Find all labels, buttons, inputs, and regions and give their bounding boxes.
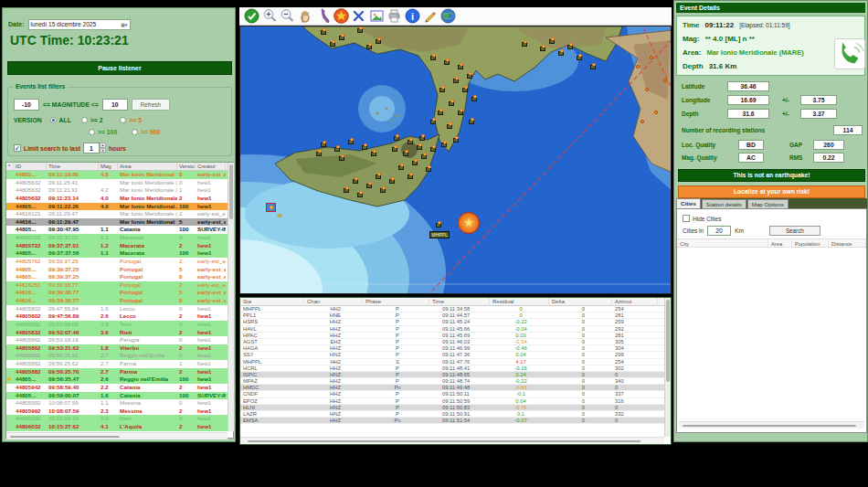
localize-button[interactable]: Localize at your own risk! [678,185,865,198]
draw-icon[interactable] [422,8,438,24]
event-row[interactable]: 4480588209:56:25.622.7Parma1hew1 [6,360,233,368]
station-row[interactable]: ISPICHNZP09:11:48.650.2400 [240,372,671,378]
not-earthquake-button[interactable]: This is not an earthquake! [678,169,865,182]
station-marker[interactable] [441,143,447,147]
event-row[interactable]: 44805...09:11:19.664.8Mar Ionio Meridion… [6,171,233,179]
station-marker[interactable] [316,152,322,156]
calendar-dropdown-icon[interactable]: ▦▾ [121,22,127,27]
pause-listener-button[interactable]: Pause listener [7,61,232,75]
station-marker[interactable] [453,138,459,143]
station-row[interactable]: EMSAHHZPn09:11:51.54-0.0700 [240,418,671,424]
station-row[interactable]: LAZRHNZP09:11:50.910.10332 [240,411,671,418]
limit-search-checkbox[interactable]: ✓ [14,144,21,152]
events-table-header[interactable]: * ID Time Mag Area Version Creator [6,163,233,171]
station-marker[interactable] [436,223,441,228]
close-icon[interactable] [351,8,366,24]
station-marker[interactable] [449,101,454,106]
event-row[interactable]: 44805...09:39:37.25Portugal8early-est_ee… [6,273,233,281]
mag-min-input[interactable]: -10 [14,99,39,111]
event-row[interactable]: 4480588209:56:25.912.7Reggio nell'Emilia… [6,352,233,360]
zoom-in-icon[interactable] [262,8,278,24]
event-row[interactable]: 4480580209:47:56.892.6Lecco2hew1 [6,312,233,321]
event-row[interactable]: 4480603210:15:27.624.1L'Aquila2hew1 [6,423,233,431]
mag-max-input[interactable]: 10 [102,99,128,111]
station-marker[interactable] [357,193,363,197]
info-icon[interactable]: i [405,8,420,24]
stepper-arrows[interactable]: ▲▼ [100,143,106,154]
station-row[interactable]: MHPPLHH2S09:11:47.764.170254 [240,359,671,365]
event-row[interactable]: 4480586209:53:18.16Perugia0hew1 [6,336,233,344]
cities-radius-input[interactable]: 20 [707,226,731,236]
event-row[interactable]: 4480599210:08:07.591.1Messina0hew1 [6,399,233,408]
station-marker[interactable] [558,51,564,56]
station-marker[interactable] [398,165,404,170]
epicenter-marker[interactable]: ★ [458,212,480,234]
station-dot-marker[interactable] [663,79,667,82]
station-marker[interactable] [467,74,472,79]
station-marker[interactable] [330,42,335,47]
station-horizontal-scrollbar[interactable] [240,437,664,444]
pan-icon[interactable] [298,8,313,24]
tab-station-details[interactable]: Station details [702,199,746,208]
event-row[interactable]: 44805...09:59:00.071.6Catania100SURVEY-I… [6,392,233,400]
station-marker[interactable] [590,65,596,69]
station-row[interactable]: PPL1HNEP09:11:44.5700281 [240,312,671,319]
event-row[interactable]: 44805...09:30:47.951.1Catania100SURVEY-I… [6,226,233,234]
station-marker[interactable] [321,30,326,35]
event-row[interactable]: 4480563209:11:23.144.0Mar Ionio Meridion… [6,195,233,203]
event-row[interactable]: 4461612109:11:29.47Mar Ionio Meridionale… [6,210,233,218]
station-marker[interactable] [362,145,367,150]
station-row[interactable]: MHPPLHH2P09:11:34.5800254 [240,306,671,312]
station-dot-marker[interactable] [640,120,644,123]
star-icon[interactable] [333,8,349,24]
globe-icon[interactable] [440,8,456,24]
station-marker[interactable] [353,179,358,184]
tab-map-options[interactable]: Map Options [747,199,789,208]
station-dot-marker[interactable] [650,56,653,59]
station-marker[interactable] [430,147,436,152]
station-marker[interactable] [462,88,468,92]
station-row[interactable]: MPAZHHZP09:11:48.74-0.220340 [240,378,671,385]
station-row[interactable]: SSYHNZP09:11:47.360.040299 [240,352,671,358]
event-row[interactable]: 4461625109:39:38.77Portugal2early-est_ee… [6,281,233,290]
station-marker[interactable] [471,97,477,101]
event-row[interactable]: 4480576209:39:37.25Portugal2early-est_ee… [6,258,233,266]
event-row[interactable]: 4480583209:52:08.683.8Terni0hew1 [6,321,233,329]
station-marker[interactable] [357,28,363,33]
version-radio-100[interactable] [89,129,95,135]
station-marker[interactable] [444,60,450,65]
tab-cities[interactable]: Cities [676,198,701,208]
station-marker[interactable] [334,147,340,152]
station-marker[interactable] [453,79,459,83]
event-row[interactable]: 44805...09:37:37.581.1Macerata100hew1 [6,249,233,258]
station-marker[interactable] [439,88,445,92]
station-marker[interactable] [392,147,397,152]
station-marker[interactable] [321,143,326,147]
station-marker[interactable] [447,124,452,129]
station-table-header[interactable]: Sta Chan Phase Time Residual Delta Azimu… [240,298,671,306]
station-marker[interactable] [344,188,349,193]
station-row[interactable]: HSRSHHZP09:11:45.24-0.220259 [240,319,671,325]
event-row[interactable]: 4480599210:08:07.592.3Messina2hew1 [6,408,233,416]
italy-region-icon[interactable] [315,8,331,24]
event-row[interactable]: ★44805...09:11:22.264.0Mar Ionio Meridio… [6,203,233,211]
event-row[interactable]: 44616...09:39:38.77Portugal8early-est_ee… [6,297,233,305]
station-marker[interactable] [426,167,431,172]
station-marker[interactable] [348,140,354,144]
station-marker[interactable] [469,120,474,124]
station-row[interactable]: HLNIHNZP09:11:50.83-0.7600 [240,405,671,411]
cities-horizontal-scrollbar[interactable] [679,421,864,429]
station-marker[interactable] [419,136,425,141]
refresh-button[interactable]: Refresh [132,99,170,111]
event-row[interactable]: 4480580209:47:55.841.6Lecco0hew1 [6,305,233,313]
station-row[interactable]: EPOZHHZP09:11:50.590.040316 [240,398,671,405]
cities-search-button[interactable]: Search [769,226,820,236]
station-row[interactable]: HCRLHHZP09:11:48.41-0.160302 [240,365,671,372]
event-row[interactable]: 44616...09:39:38.77Portugal5early-est_ee… [6,289,233,297]
confirm-icon[interactable] [244,8,259,24]
event-row[interactable]: 4480572209:37:37.011.2Macerata2hew1 [6,242,233,250]
station-marker[interactable] [417,145,422,150]
hours-stepper[interactable]: 1 ▲▼ [83,143,106,154]
event-row[interactable]: 4480563209:11:25.41Mar Ionio Meridionale… [6,179,233,187]
station-marker[interactable] [371,152,376,156]
